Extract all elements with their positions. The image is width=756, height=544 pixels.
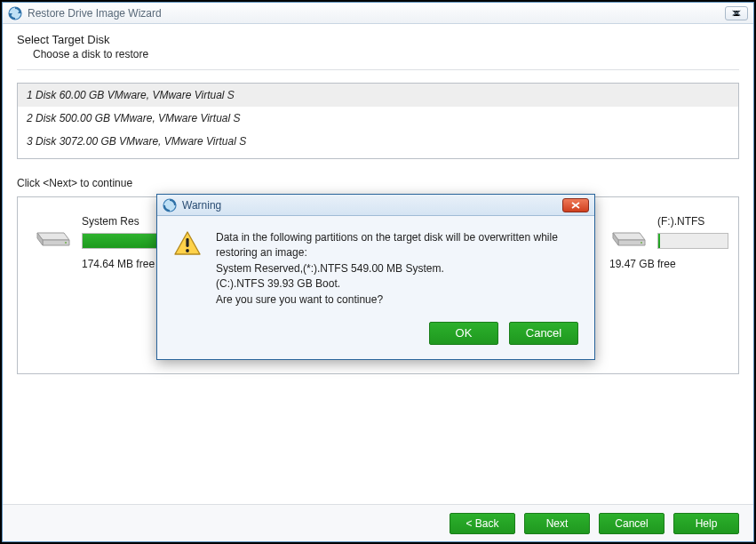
warning-dialog: Warning Data in the following partitions… <box>156 194 595 360</box>
hdd-icon <box>609 224 649 249</box>
disk-row[interactable]: 2 Disk 500.00 GB VMware, VMware Virtual … <box>18 107 738 130</box>
partition-name: (F:).NTFS <box>657 215 728 228</box>
dialog-body: Data in the following partitions on the … <box>157 216 594 316</box>
svg-point-14 <box>641 242 642 244</box>
dialog-line: (C:).NTFS 39.93 GB Boot. <box>216 276 578 292</box>
dialog-titlebar: Warning <box>157 195 594 216</box>
window-title: Restore Drive Image Wizard <box>28 7 720 20</box>
dialog-buttons: OK Cancel <box>157 316 594 359</box>
ok-button[interactable]: OK <box>429 322 498 345</box>
page-heading: Select Target Disk <box>17 33 739 46</box>
next-button[interactable]: Next <box>524 513 590 534</box>
svg-point-6 <box>65 242 67 244</box>
dialog-line: Are you sure you want to continue? <box>216 292 578 308</box>
usage-bar <box>657 233 728 249</box>
disk-row[interactable]: 3 Disk 3072.00 GB VMware, VMware Virtual… <box>18 130 738 153</box>
app-icon <box>8 6 22 20</box>
cancel-button[interactable]: Cancel <box>509 322 578 345</box>
help-button[interactable]: Help <box>673 513 739 534</box>
cancel-button[interactable]: Cancel <box>599 513 664 534</box>
page-subheading: Choose a disk to restore <box>33 48 739 60</box>
dialog-line: System Reserved,(*:).NTFS 549.00 MB Syst… <box>216 261 578 276</box>
svg-rect-17 <box>186 238 188 247</box>
divider <box>17 69 739 70</box>
hdd-icon <box>34 224 73 249</box>
dialog-title: Warning <box>182 199 557 212</box>
disk-row[interactable]: 1 Disk 60.00 GB VMware, VMware Virtual S <box>18 84 738 107</box>
window-close-button[interactable]: ✕ <box>725 6 748 20</box>
wizard-footer: < Back Next Cancel Help <box>3 504 753 541</box>
partition-free-text: 19.47 GB free <box>609 258 728 270</box>
dialog-message: Data in the following partitions on the … <box>216 230 578 308</box>
app-icon <box>163 198 177 212</box>
disk-list: 1 Disk 60.00 GB VMware, VMware Virtual S… <box>17 83 739 159</box>
back-button[interactable]: < Back <box>450 513 515 534</box>
partition-card: (F:).NTFS 19.47 GB free <box>609 215 728 356</box>
dialog-line: Data in the following partitions on the … <box>216 230 578 261</box>
titlebar: Restore Drive Image Wizard ✕ <box>3 3 753 24</box>
warning-icon <box>173 230 202 257</box>
dialog-close-button[interactable] <box>562 198 589 212</box>
continue-hint: Click <Next> to continue <box>17 177 739 189</box>
svg-point-18 <box>186 249 189 252</box>
